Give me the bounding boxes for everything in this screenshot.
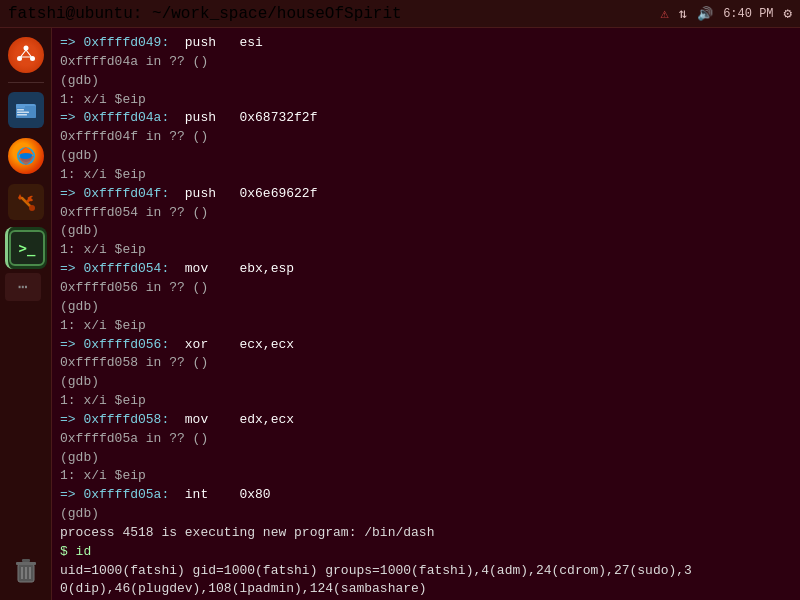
terminal-line-29: uid=1000(fatshi) gid=1000(fatshi) groups… <box>60 562 792 581</box>
terminal-line-2: 0xffffd04a in ?? () <box>60 53 792 72</box>
sidebar-separator-1 <box>8 82 44 83</box>
terminal-line-8: 1: x/i $eip <box>60 166 792 185</box>
clock: 6:40 PM <box>723 7 773 21</box>
sidebar-item-filemanager[interactable] <box>5 89 47 131</box>
terminal-line-17: => 0xffffd056: xor ecx,ecx <box>60 336 792 355</box>
firefox-icon <box>8 138 44 174</box>
settings-wrench-icon <box>8 184 44 220</box>
svg-rect-8 <box>17 112 29 114</box>
settings-gear-icon[interactable]: ⚙ <box>784 5 792 22</box>
terminal-line-24: 1: x/i $eip <box>60 467 792 486</box>
terminal-line-9: => 0xffffd04f: push 0x6e69622f <box>60 185 792 204</box>
terminal-line-6: 0xffffd04f in ?? () <box>60 128 792 147</box>
sidebar-item-settings[interactable] <box>5 181 47 223</box>
topbar-title: fatshi@ubuntu: ~/work_space/houseOfSpiri… <box>8 5 402 23</box>
terminal-line-27: process 4518 is executing new program: /… <box>60 524 792 543</box>
svg-rect-14 <box>16 562 36 565</box>
trash-icon <box>8 553 44 589</box>
sidebar-item-trash[interactable] <box>5 550 47 592</box>
terminal-window[interactable]: => 0xffffd049: push esi 0xffffd04a in ??… <box>52 28 800 600</box>
svg-rect-15 <box>22 559 30 562</box>
terminal-line-14: 0xffffd056 in ?? () <box>60 279 792 298</box>
terminal-line-7: (gdb) <box>60 147 792 166</box>
terminal-icon: >_ <box>9 230 45 266</box>
terminal-line-4: 1: x/i $eip <box>60 91 792 110</box>
terminal-line-30: 0(dip),46(plugdev),108(lpadmin),124(samb… <box>60 580 792 599</box>
terminal-line-23: (gdb) <box>60 449 792 468</box>
terminal-line-26: (gdb) <box>60 505 792 524</box>
terminal-line-19: (gdb) <box>60 373 792 392</box>
topbar-right: ⚠ ⇅ 🔊 6:40 PM ⚙ <box>660 5 792 22</box>
alert-icon[interactable]: ⚠ <box>660 5 668 22</box>
svg-rect-6 <box>16 104 25 108</box>
sidebar-drawer[interactable]: ⋯ <box>5 273 47 301</box>
sidebar-item-terminal[interactable]: >_ <box>5 227 47 269</box>
terminal-line-28: $ id <box>60 543 792 562</box>
sidebar-item-firefox[interactable] <box>5 135 47 177</box>
ubuntu-icon <box>8 37 44 73</box>
terminal-line-20: 1: x/i $eip <box>60 392 792 411</box>
volume-icon[interactable]: 🔊 <box>697 6 713 22</box>
sidebar: >_ ⋯ <box>0 28 52 600</box>
terminal-line-12: 1: x/i $eip <box>60 241 792 260</box>
topbar: fatshi@ubuntu: ~/work_space/houseOfSpiri… <box>0 0 800 28</box>
svg-rect-9 <box>17 114 27 116</box>
main-layout: >_ ⋯ => 0xf <box>0 28 800 600</box>
svg-rect-7 <box>17 109 24 111</box>
terminal-line-25: => 0xffffd05a: int 0x80 <box>60 486 792 505</box>
terminal-line-3: (gdb) <box>60 72 792 91</box>
terminal-line-11: (gdb) <box>60 222 792 241</box>
terminal-line-1: => 0xffffd049: push esi <box>60 34 792 53</box>
terminal-line-22: 0xffffd05a in ?? () <box>60 430 792 449</box>
terminal-line-15: (gdb) <box>60 298 792 317</box>
svg-point-1 <box>23 46 28 51</box>
terminal-line-16: 1: x/i $eip <box>60 317 792 336</box>
sidebar-item-ubuntu[interactable] <box>5 34 47 76</box>
filemanager-icon <box>8 92 44 128</box>
terminal-line-18: 0xffffd058 in ?? () <box>60 354 792 373</box>
svg-point-12 <box>29 205 35 211</box>
terminal-line-13: => 0xffffd054: mov ebx,esp <box>60 260 792 279</box>
network-icon[interactable]: ⇅ <box>679 5 687 22</box>
terminal-line-10: 0xffffd054 in ?? () <box>60 204 792 223</box>
terminal-line-21: => 0xffffd058: mov edx,ecx <box>60 411 792 430</box>
terminal-line-5: => 0xffffd04a: push 0x68732f2f <box>60 109 792 128</box>
